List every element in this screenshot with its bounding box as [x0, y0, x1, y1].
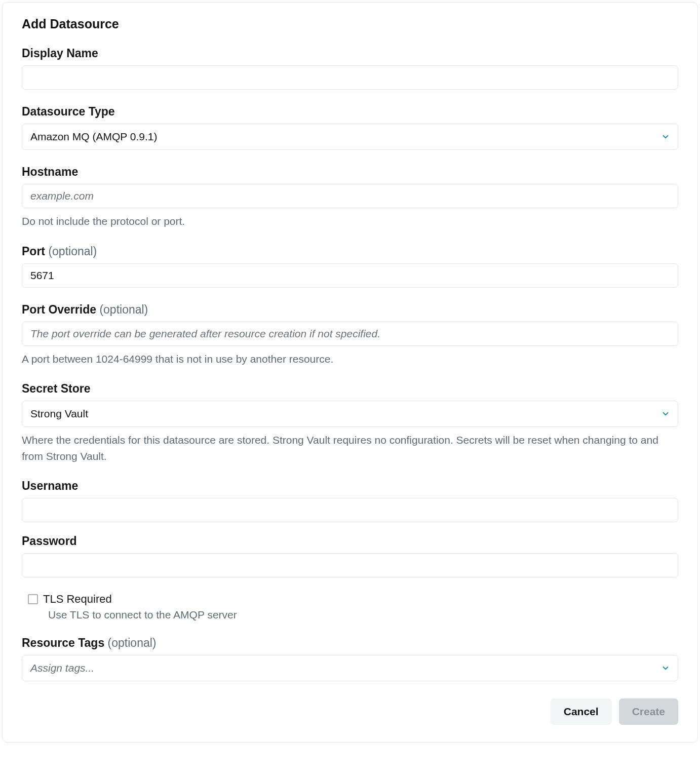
secret-store-select[interactable]: Strong Vault — [22, 401, 678, 427]
secret-store-value: Strong Vault — [30, 408, 88, 420]
tls-checkbox-row: TLS Required — [22, 593, 678, 606]
tls-checkbox[interactable] — [28, 594, 38, 604]
datasource-type-label: Datasource Type — [22, 105, 678, 119]
username-input[interactable] — [22, 498, 678, 522]
card-title: Add Datasource — [22, 17, 678, 31]
password-input[interactable] — [22, 553, 678, 577]
username-label: Username — [22, 479, 678, 493]
datasource-type-select-wrapper: Amazon MQ (AMQP 0.9.1) — [22, 124, 678, 150]
field-secret-store: Secret Store Strong Vault Where the cred… — [22, 382, 678, 464]
field-password: Password — [22, 534, 678, 577]
datasource-type-value: Amazon MQ (AMQP 0.9.1) — [30, 131, 158, 143]
field-resource-tags: Resource Tags (optional) Assign tags... — [22, 636, 678, 681]
field-port: Port (optional) — [22, 245, 678, 288]
port-input[interactable] — [22, 263, 678, 288]
tls-label: TLS Required — [43, 593, 112, 606]
secret-store-helper: Where the credentials for this datasourc… — [22, 432, 678, 464]
field-port-override: Port Override (optional) A port between … — [22, 303, 678, 367]
create-button[interactable]: Create — [619, 698, 678, 725]
button-row: Cancel Create — [22, 698, 678, 725]
port-override-input[interactable] — [22, 322, 678, 346]
resource-tags-select-wrapper: Assign tags... — [22, 655, 678, 681]
resource-tags-label: Resource Tags (optional) — [22, 636, 678, 650]
hostname-label: Hostname — [22, 165, 678, 179]
field-datasource-type: Datasource Type Amazon MQ (AMQP 0.9.1) — [22, 105, 678, 150]
password-label: Password — [22, 534, 678, 548]
port-label: Port (optional) — [22, 245, 678, 258]
resource-tags-placeholder: Assign tags... — [30, 662, 94, 674]
resource-tags-select[interactable]: Assign tags... — [22, 655, 678, 681]
field-username: Username — [22, 479, 678, 522]
field-tls-required: TLS Required Use TLS to connect to the A… — [22, 593, 678, 621]
secret-store-select-wrapper: Strong Vault — [22, 401, 678, 427]
port-override-helper: A port between 1024-64999 that is not in… — [22, 351, 678, 367]
datasource-type-select[interactable]: Amazon MQ (AMQP 0.9.1) — [22, 124, 678, 150]
field-display-name: Display Name — [22, 47, 678, 90]
tls-helper: Use TLS to connect to the AMQP server — [22, 609, 678, 621]
secret-store-label: Secret Store — [22, 382, 678, 396]
hostname-helper: Do not include the protocol or port. — [22, 213, 678, 229]
add-datasource-card: Add Datasource Display Name Datasource T… — [2, 2, 698, 743]
cancel-button[interactable]: Cancel — [551, 698, 612, 725]
field-hostname: Hostname Do not include the protocol or … — [22, 165, 678, 229]
port-override-label: Port Override (optional) — [22, 303, 678, 317]
display-name-input[interactable] — [22, 65, 678, 90]
display-name-label: Display Name — [22, 47, 678, 60]
hostname-input[interactable] — [22, 184, 678, 208]
